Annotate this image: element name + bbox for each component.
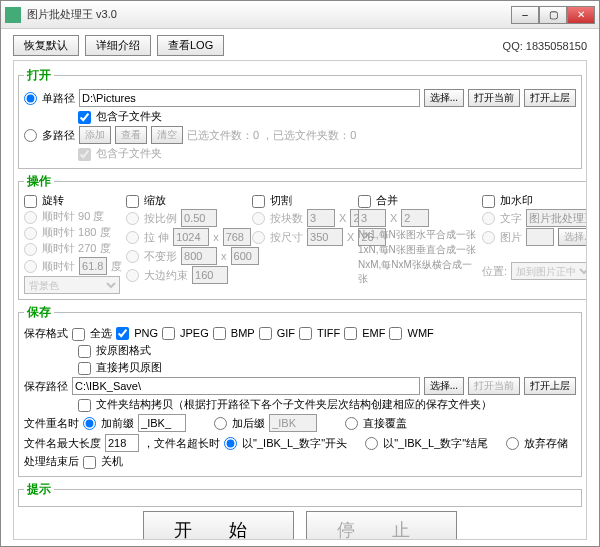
close-button[interactable]: ✕ — [567, 6, 595, 24]
restore-defaults-button[interactable]: 恢复默认 — [13, 35, 79, 56]
rotate-270-radio: 顺时针 270 度 — [24, 241, 120, 256]
merge-checkbox[interactable]: 合并 — [358, 193, 476, 208]
add-path-button[interactable]: 添加 — [79, 126, 111, 144]
tips-legend: 提示 — [24, 481, 54, 498]
split-size-radio: 按尺寸 — [252, 230, 303, 245]
stretch-w-input — [173, 228, 209, 246]
suffix-radio[interactable]: 加后缀 — [214, 416, 265, 431]
tips-section: 提示 — [18, 481, 582, 507]
ops-legend: 操作 — [24, 173, 54, 190]
rotate-deg-input — [79, 257, 107, 275]
endwith-radio[interactable]: 以"_IBK_L_数字"结尾 — [365, 436, 488, 451]
open-section: 打开 单路径 选择... 打开当前 打开上层 包含子文件夹 多路径 添加 查看 … — [18, 67, 582, 169]
maximize-button[interactable]: ▢ — [539, 6, 567, 24]
operations-section: 操作 旋转 顺时针 90 度 顺时针 180 度 顺时针 270 度 顺时针 度 — [18, 173, 587, 300]
merge-m1-input — [358, 209, 386, 227]
split-checkbox[interactable]: 切割 — [252, 193, 352, 208]
bgcolor-select: 背景色 — [24, 276, 120, 294]
rotate-checkbox[interactable]: 旋转 — [24, 193, 120, 208]
titlebar: 图片批处理王 v3.0 – ▢ ✕ — [1, 1, 599, 29]
prefix-input[interactable] — [138, 414, 186, 432]
merge-hint3: NxM,每NxM张纵横合成一张 — [358, 258, 476, 286]
maxlen-input[interactable] — [105, 434, 139, 452]
keep-struct-checkbox[interactable]: 文件夹结构拷贝（根据打开路径下各个子文件夹层次结构创建相应的保存文件夹） — [78, 397, 492, 412]
stop-button[interactable]: 停 止 — [306, 511, 457, 540]
multi-path-radio[interactable]: 多路径 — [24, 128, 75, 143]
copy-original-checkbox[interactable]: 直接拷贝原图 — [78, 360, 162, 375]
fmt-tiff-checkbox[interactable]: TIFF — [299, 327, 340, 341]
save-open-parent-button[interactable]: 打开上层 — [524, 377, 576, 395]
wm-browse-button: 选择... — [558, 228, 587, 246]
clear-paths-button[interactable]: 清空 — [151, 126, 183, 144]
start-button[interactable]: 开 始 — [143, 511, 294, 540]
fmt-gif-checkbox[interactable]: GIF — [259, 327, 295, 341]
maxlen-label: 文件名最大长度 — [24, 436, 101, 451]
wm-pos-select: 加到图片正中 — [511, 262, 587, 280]
startwith-radio[interactable]: 以"_IBK_L_数字"开头 — [224, 436, 347, 451]
save-section: 保存 保存格式 全选 PNG JPEG BMP GIF TIFF EMF WMF… — [18, 304, 582, 477]
split-count-radio: 按块数 — [252, 211, 303, 226]
scale-fit-radio: 不变形 — [126, 249, 177, 264]
wm-text-input — [526, 209, 587, 227]
watermark-checkbox[interactable]: 加水印 — [482, 193, 587, 208]
open-parent-button[interactable]: 打开上层 — [524, 89, 576, 107]
open-legend: 打开 — [24, 67, 54, 84]
fmt-wmf-checkbox[interactable]: WMF — [389, 327, 433, 341]
wm-image-input — [526, 228, 554, 246]
stretch-h-input — [223, 228, 251, 246]
browse-open-button[interactable]: 选择... — [424, 89, 464, 107]
scale-stretch-radio: 拉 伸 — [126, 230, 169, 245]
by-original-checkbox[interactable]: 按原图格式 — [78, 343, 151, 358]
scale-maxedge-radio: 大边约束 — [126, 268, 188, 283]
rotate-90-radio: 顺时针 90 度 — [24, 209, 120, 224]
window-title: 图片批处理王 v3.0 — [27, 7, 511, 22]
qq-label: QQ: 1835058150 — [503, 40, 587, 52]
rename-label: 文件重名时 — [24, 416, 79, 431]
fmt-bmp-checkbox[interactable]: BMP — [213, 327, 255, 341]
scale-ratio-radio: 按比例 — [126, 211, 177, 226]
wm-text-radio: 文字 — [482, 211, 522, 226]
app-icon — [5, 7, 21, 23]
discard-radio[interactable]: 放弃存储 — [506, 436, 568, 451]
include-subfolders-checkbox[interactable]: 包含子文件夹 — [78, 109, 162, 124]
save-legend: 保存 — [24, 304, 54, 321]
fmt-png-checkbox[interactable]: PNG — [116, 327, 158, 341]
save-browse-button[interactable]: 选择... — [424, 377, 464, 395]
wm-image-radio: 图片 — [482, 230, 522, 245]
file-count-status: 已选文件数：0 ，已选文件夹数：0 — [187, 128, 356, 143]
split-s1-input — [307, 228, 343, 246]
scale-ratio-input — [181, 209, 217, 227]
fmt-jpeg-checkbox[interactable]: JPEG — [162, 327, 209, 341]
view-log-button[interactable]: 查看LOG — [157, 35, 224, 56]
rotate-180-radio: 顺时针 180 度 — [24, 225, 120, 240]
merge-hint2: 1xN,每N张图垂直合成一张 — [358, 243, 476, 257]
single-path-input[interactable] — [79, 89, 420, 107]
suffix-input — [269, 414, 317, 432]
view-paths-button[interactable]: 查看 — [115, 126, 147, 144]
include-subfolders-multi-checkbox: 包含子文件夹 — [78, 146, 162, 161]
merge-m2-input — [401, 209, 429, 227]
merge-hint1: Nx1,每N张图水平合成一张 — [358, 228, 476, 242]
minimize-button[interactable]: – — [511, 6, 539, 24]
app-window: 图片批处理王 v3.0 – ▢ ✕ 恢复默认 详细介绍 查看LOG QQ: 18… — [0, 0, 600, 547]
single-path-radio[interactable]: 单路径 — [24, 91, 75, 106]
overwrite-radio[interactable]: 直接覆盖 — [345, 416, 407, 431]
maxedge-input — [192, 266, 228, 284]
rotate-custom-radio: 顺时针 — [24, 259, 75, 274]
save-path-label: 保存路径 — [24, 379, 68, 394]
save-open-current-button[interactable]: 打开当前 — [468, 377, 520, 395]
split-c1-input — [307, 209, 335, 227]
overlen-label: ，文件名超长时 — [143, 436, 220, 451]
save-path-input[interactable] — [72, 377, 420, 395]
scale-checkbox[interactable]: 缩放 — [126, 193, 246, 208]
fmt-all-checkbox[interactable]: 全选 — [72, 326, 112, 341]
after-label: 处理结束后 — [24, 454, 79, 469]
shutdown-checkbox[interactable]: 关机 — [83, 454, 123, 469]
save-format-label: 保存格式 — [24, 326, 68, 341]
details-button[interactable]: 详细介绍 — [85, 35, 151, 56]
open-current-button[interactable]: 打开当前 — [468, 89, 520, 107]
prefix-radio[interactable]: 加前缀 — [83, 416, 134, 431]
fit-w-input — [181, 247, 217, 265]
fmt-emf-checkbox[interactable]: EMF — [344, 327, 385, 341]
